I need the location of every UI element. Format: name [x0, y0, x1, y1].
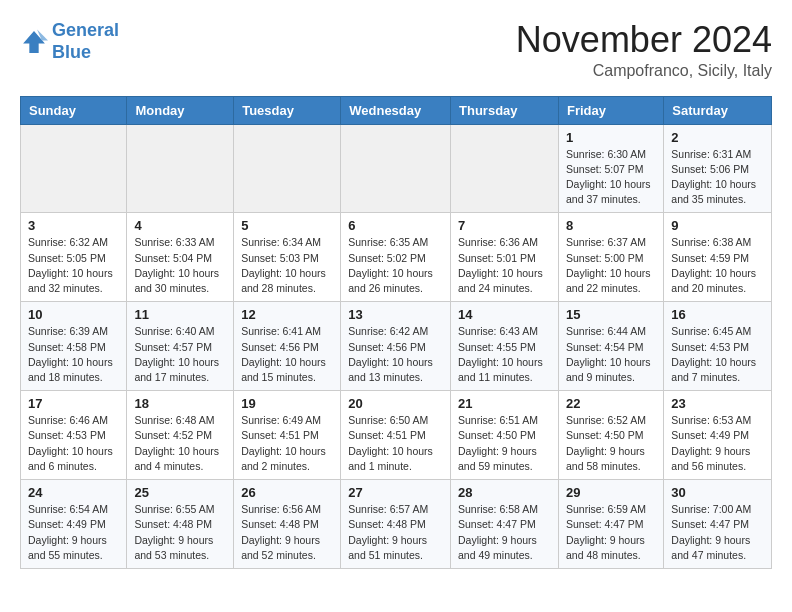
day-number: 23 [671, 396, 764, 411]
day-number: 9 [671, 218, 764, 233]
logo-icon [20, 28, 48, 56]
day-number: 22 [566, 396, 656, 411]
day-cell: 13Sunrise: 6:42 AM Sunset: 4:56 PM Dayli… [341, 302, 451, 391]
day-info: Sunrise: 6:49 AM Sunset: 4:51 PM Dayligh… [241, 413, 333, 474]
day-cell: 27Sunrise: 6:57 AM Sunset: 4:48 PM Dayli… [341, 480, 451, 569]
day-info: Sunrise: 6:34 AM Sunset: 5:03 PM Dayligh… [241, 235, 333, 296]
week-row-3: 10Sunrise: 6:39 AM Sunset: 4:58 PM Dayli… [21, 302, 772, 391]
day-info: Sunrise: 6:31 AM Sunset: 5:06 PM Dayligh… [671, 147, 764, 208]
day-header-thursday: Thursday [451, 96, 559, 124]
day-info: Sunrise: 6:44 AM Sunset: 4:54 PM Dayligh… [566, 324, 656, 385]
day-info: Sunrise: 6:33 AM Sunset: 5:04 PM Dayligh… [134, 235, 226, 296]
day-cell [451, 124, 559, 213]
day-number: 24 [28, 485, 119, 500]
day-cell: 15Sunrise: 6:44 AM Sunset: 4:54 PM Dayli… [558, 302, 663, 391]
day-cell: 17Sunrise: 6:46 AM Sunset: 4:53 PM Dayli… [21, 391, 127, 480]
day-info: Sunrise: 6:48 AM Sunset: 4:52 PM Dayligh… [134, 413, 226, 474]
day-number: 4 [134, 218, 226, 233]
day-cell: 6Sunrise: 6:35 AM Sunset: 5:02 PM Daylig… [341, 213, 451, 302]
day-cell [341, 124, 451, 213]
day-number: 20 [348, 396, 443, 411]
day-info: Sunrise: 6:56 AM Sunset: 4:48 PM Dayligh… [241, 502, 333, 563]
day-cell: 11Sunrise: 6:40 AM Sunset: 4:57 PM Dayli… [127, 302, 234, 391]
day-header-sunday: Sunday [21, 96, 127, 124]
day-cell: 21Sunrise: 6:51 AM Sunset: 4:50 PM Dayli… [451, 391, 559, 480]
week-row-1: 1Sunrise: 6:30 AM Sunset: 5:07 PM Daylig… [21, 124, 772, 213]
day-info: Sunrise: 6:42 AM Sunset: 4:56 PM Dayligh… [348, 324, 443, 385]
location: Campofranco, Sicily, Italy [516, 62, 772, 80]
logo: General Blue [20, 20, 119, 63]
day-info: Sunrise: 7:00 AM Sunset: 4:47 PM Dayligh… [671, 502, 764, 563]
day-cell: 12Sunrise: 6:41 AM Sunset: 4:56 PM Dayli… [234, 302, 341, 391]
day-header-monday: Monday [127, 96, 234, 124]
day-cell: 8Sunrise: 6:37 AM Sunset: 5:00 PM Daylig… [558, 213, 663, 302]
logo-line1: General [52, 20, 119, 40]
day-number: 1 [566, 130, 656, 145]
day-number: 16 [671, 307, 764, 322]
day-info: Sunrise: 6:45 AM Sunset: 4:53 PM Dayligh… [671, 324, 764, 385]
day-number: 11 [134, 307, 226, 322]
day-cell: 3Sunrise: 6:32 AM Sunset: 5:05 PM Daylig… [21, 213, 127, 302]
calendar: SundayMondayTuesdayWednesdayThursdayFrid… [20, 96, 772, 569]
day-number: 5 [241, 218, 333, 233]
day-info: Sunrise: 6:50 AM Sunset: 4:51 PM Dayligh… [348, 413, 443, 474]
day-number: 27 [348, 485, 443, 500]
day-number: 7 [458, 218, 551, 233]
day-number: 2 [671, 130, 764, 145]
day-info: Sunrise: 6:52 AM Sunset: 4:50 PM Dayligh… [566, 413, 656, 474]
day-info: Sunrise: 6:54 AM Sunset: 4:49 PM Dayligh… [28, 502, 119, 563]
day-cell: 16Sunrise: 6:45 AM Sunset: 4:53 PM Dayli… [664, 302, 772, 391]
day-number: 12 [241, 307, 333, 322]
day-info: Sunrise: 6:37 AM Sunset: 5:00 PM Dayligh… [566, 235, 656, 296]
header-row: SundayMondayTuesdayWednesdayThursdayFrid… [21, 96, 772, 124]
day-info: Sunrise: 6:58 AM Sunset: 4:47 PM Dayligh… [458, 502, 551, 563]
day-info: Sunrise: 6:30 AM Sunset: 5:07 PM Dayligh… [566, 147, 656, 208]
day-number: 17 [28, 396, 119, 411]
day-number: 28 [458, 485, 551, 500]
day-info: Sunrise: 6:35 AM Sunset: 5:02 PM Dayligh… [348, 235, 443, 296]
day-cell: 22Sunrise: 6:52 AM Sunset: 4:50 PM Dayli… [558, 391, 663, 480]
day-number: 25 [134, 485, 226, 500]
day-cell: 1Sunrise: 6:30 AM Sunset: 5:07 PM Daylig… [558, 124, 663, 213]
day-cell: 23Sunrise: 6:53 AM Sunset: 4:49 PM Dayli… [664, 391, 772, 480]
day-info: Sunrise: 6:55 AM Sunset: 4:48 PM Dayligh… [134, 502, 226, 563]
day-cell: 29Sunrise: 6:59 AM Sunset: 4:47 PM Dayli… [558, 480, 663, 569]
day-cell: 4Sunrise: 6:33 AM Sunset: 5:04 PM Daylig… [127, 213, 234, 302]
day-cell: 10Sunrise: 6:39 AM Sunset: 4:58 PM Dayli… [21, 302, 127, 391]
day-info: Sunrise: 6:43 AM Sunset: 4:55 PM Dayligh… [458, 324, 551, 385]
day-header-friday: Friday [558, 96, 663, 124]
day-header-saturday: Saturday [664, 96, 772, 124]
day-cell: 28Sunrise: 6:58 AM Sunset: 4:47 PM Dayli… [451, 480, 559, 569]
page: General Blue November 2024 Campofranco, … [0, 0, 792, 579]
day-cell [127, 124, 234, 213]
day-info: Sunrise: 6:57 AM Sunset: 4:48 PM Dayligh… [348, 502, 443, 563]
day-cell: 30Sunrise: 7:00 AM Sunset: 4:47 PM Dayli… [664, 480, 772, 569]
day-cell: 14Sunrise: 6:43 AM Sunset: 4:55 PM Dayli… [451, 302, 559, 391]
week-row-5: 24Sunrise: 6:54 AM Sunset: 4:49 PM Dayli… [21, 480, 772, 569]
day-number: 6 [348, 218, 443, 233]
day-info: Sunrise: 6:40 AM Sunset: 4:57 PM Dayligh… [134, 324, 226, 385]
title-block: November 2024 Campofranco, Sicily, Italy [516, 20, 772, 80]
day-info: Sunrise: 6:41 AM Sunset: 4:56 PM Dayligh… [241, 324, 333, 385]
day-cell: 20Sunrise: 6:50 AM Sunset: 4:51 PM Dayli… [341, 391, 451, 480]
day-number: 21 [458, 396, 551, 411]
week-row-4: 17Sunrise: 6:46 AM Sunset: 4:53 PM Dayli… [21, 391, 772, 480]
day-cell: 5Sunrise: 6:34 AM Sunset: 5:03 PM Daylig… [234, 213, 341, 302]
header: General Blue November 2024 Campofranco, … [20, 20, 772, 80]
day-info: Sunrise: 6:53 AM Sunset: 4:49 PM Dayligh… [671, 413, 764, 474]
logo-text: General Blue [52, 20, 119, 63]
day-number: 10 [28, 307, 119, 322]
day-info: Sunrise: 6:59 AM Sunset: 4:47 PM Dayligh… [566, 502, 656, 563]
day-number: 19 [241, 396, 333, 411]
day-cell: 18Sunrise: 6:48 AM Sunset: 4:52 PM Dayli… [127, 391, 234, 480]
day-number: 15 [566, 307, 656, 322]
calendar-header: SundayMondayTuesdayWednesdayThursdayFrid… [21, 96, 772, 124]
day-number: 18 [134, 396, 226, 411]
day-number: 3 [28, 218, 119, 233]
day-number: 29 [566, 485, 656, 500]
day-header-tuesday: Tuesday [234, 96, 341, 124]
day-info: Sunrise: 6:32 AM Sunset: 5:05 PM Dayligh… [28, 235, 119, 296]
day-number: 26 [241, 485, 333, 500]
logo-line2: Blue [52, 42, 91, 62]
day-cell: 9Sunrise: 6:38 AM Sunset: 4:59 PM Daylig… [664, 213, 772, 302]
